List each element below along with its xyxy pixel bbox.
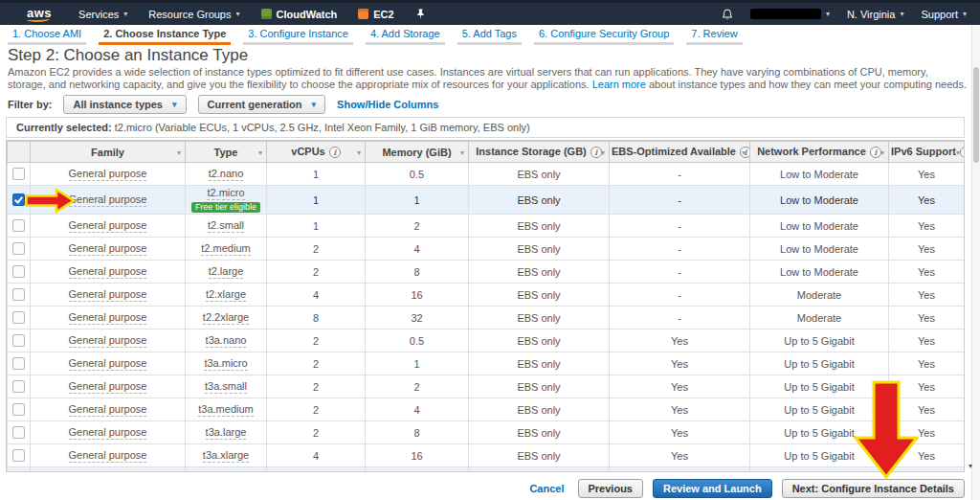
table-row-partial[interactable] bbox=[8, 467, 965, 473]
type-link[interactable]: t3a.nano bbox=[206, 334, 247, 348]
sort-caret-icon[interactable]: ▾ bbox=[742, 148, 746, 156]
table-row-t3a.large[interactable]: General purposet3a.large28EBS onlyYesUp … bbox=[8, 421, 965, 444]
table-row-t3a.nano[interactable]: General purposet3a.nano20.5EBS onlyYesUp… bbox=[8, 330, 965, 352]
family-link[interactable]: General purpose bbox=[69, 311, 147, 325]
type-link[interactable]: t2.2xlarge bbox=[203, 311, 249, 325]
table-row-t3a.micro[interactable]: General purposet3a.micro21EBS onlyYesUp … bbox=[8, 352, 965, 375]
learn-more-link[interactable]: Learn more bbox=[592, 79, 646, 90]
family-link[interactable]: General purpose bbox=[69, 403, 147, 417]
resource-groups-menu[interactable]: Resource Groups ▾ bbox=[148, 9, 239, 20]
step-tab-6[interactable]: 6. Configure Security Group bbox=[534, 25, 674, 45]
column-header-network-performance[interactable]: Network Performancei▾ bbox=[750, 142, 889, 163]
table-row-t2.micro[interactable]: General purposet2.microFree tier eligibl… bbox=[8, 186, 965, 215]
cloudwatch-shortcut[interactable]: CloudWatch bbox=[261, 9, 338, 20]
show-hide-columns-link[interactable]: Show/Hide Columns bbox=[337, 99, 438, 110]
type-link[interactable]: t2.xlarge bbox=[206, 288, 246, 302]
step-tab-5[interactable]: 5. Add Tags bbox=[457, 25, 522, 45]
table-row-t2.nano[interactable]: General purposet2.nano10.5EBS only-Low t… bbox=[8, 163, 965, 186]
family-link[interactable]: General purpose bbox=[69, 357, 147, 371]
column-header-memory-gib-[interactable]: Memory (GiB)▾ bbox=[366, 142, 469, 163]
vertical-scrollbar[interactable]: ▾ bbox=[971, 25, 980, 500]
sort-caret-icon[interactable]: ▾ bbox=[880, 148, 884, 156]
notifications-bell-icon[interactable] bbox=[722, 9, 733, 20]
type-link[interactable]: t3a.micro bbox=[204, 357, 247, 371]
sort-caret-icon[interactable]: ▾ bbox=[956, 148, 960, 156]
family-link[interactable]: General purpose bbox=[69, 265, 147, 279]
services-menu[interactable]: Services ▾ bbox=[78, 9, 127, 20]
family-link[interactable]: General purpose bbox=[69, 334, 147, 348]
account-menu[interactable]: ▾ bbox=[750, 9, 830, 19]
table-row-t2.2xlarge[interactable]: General purposet2.2xlarge832EBS only-Mod… bbox=[8, 307, 965, 330]
sort-caret-icon[interactable]: ▾ bbox=[601, 148, 605, 156]
table-row-t2.large[interactable]: General purposet2.large28EBS only-Low to… bbox=[8, 261, 965, 284]
row-checkbox[interactable] bbox=[12, 168, 25, 180]
next-configure-instance-button[interactable]: Next: Configure Instance Details bbox=[782, 479, 965, 498]
generation-dropdown[interactable]: Current generation ▾ bbox=[198, 95, 326, 114]
step-tab-2[interactable]: 2. Choose Instance Type bbox=[99, 25, 231, 45]
row-checkbox[interactable] bbox=[12, 334, 25, 347]
column-header-ebs-optimized-available[interactable]: EBS-Optimized Availablei▾ bbox=[610, 142, 750, 163]
table-row-t2.small[interactable]: General purposet2.small12EBS only-Low to… bbox=[8, 215, 965, 238]
type-link[interactable]: t2.nano bbox=[209, 168, 244, 181]
step-tab-1[interactable]: 1. Choose AMI bbox=[8, 25, 86, 45]
step-tab-3[interactable]: 3. Configure Instance bbox=[243, 25, 353, 45]
support-menu[interactable]: Support ▾ bbox=[921, 9, 967, 20]
type-link[interactable]: t3a.medium bbox=[198, 403, 253, 417]
sort-caret-icon[interactable]: ▾ bbox=[460, 148, 464, 156]
family-link[interactable]: General purpose bbox=[69, 219, 147, 233]
type-link[interactable]: t2.micro bbox=[207, 187, 244, 200]
family-link[interactable]: General purpose bbox=[69, 380, 147, 394]
column-header-family[interactable]: Family▾ bbox=[31, 142, 186, 163]
family-link[interactable]: General purpose bbox=[69, 288, 147, 302]
family-link[interactable]: General purpose bbox=[69, 242, 147, 256]
type-link[interactable]: t2.medium bbox=[201, 242, 250, 256]
ec2-shortcut[interactable]: EC2 bbox=[358, 9, 393, 20]
column-header-vcpus[interactable]: vCPUsi▾ bbox=[267, 142, 366, 163]
step-tab-4[interactable]: 4. Add Storage bbox=[366, 25, 445, 45]
pin-icon[interactable] bbox=[415, 9, 426, 20]
sort-caret-icon[interactable]: ▾ bbox=[357, 148, 361, 156]
info-icon[interactable]: i bbox=[960, 147, 965, 158]
region-menu[interactable]: N. Virginia ▾ bbox=[847, 9, 904, 20]
type-link[interactable]: t3a.large bbox=[206, 426, 247, 440]
column-header-ipv6-support[interactable]: IPv6 Supporti▾ bbox=[889, 142, 965, 163]
previous-button[interactable]: Previous bbox=[578, 479, 643, 498]
row-checkbox[interactable] bbox=[12, 449, 25, 462]
family-link[interactable]: General purpose bbox=[69, 449, 147, 463]
family-link[interactable]: General purpose bbox=[69, 426, 147, 440]
table-row-t2.xlarge[interactable]: General purposet2.xlarge416EBS only-Mode… bbox=[8, 284, 965, 307]
type-link[interactable]: t3a.xlarge bbox=[203, 449, 249, 463]
row-checkbox[interactable] bbox=[12, 193, 25, 206]
table-row-t3a.small[interactable]: General purposet3a.small22EBS onlyYesUp … bbox=[8, 375, 965, 398]
step-tab-7[interactable]: 7. Review bbox=[686, 25, 742, 45]
info-icon[interactable]: i bbox=[329, 147, 341, 158]
column-header-type[interactable]: Type▾ bbox=[186, 142, 267, 163]
row-checkbox[interactable] bbox=[12, 426, 25, 439]
sort-caret-icon[interactable]: ▾ bbox=[177, 148, 181, 156]
family-link[interactable]: General purpose bbox=[69, 168, 147, 181]
row-checkbox[interactable] bbox=[12, 380, 25, 393]
row-checkbox[interactable] bbox=[12, 357, 25, 370]
row-checkbox[interactable] bbox=[12, 403, 25, 416]
sort-caret-icon[interactable]: ▾ bbox=[258, 148, 262, 156]
row-checkbox[interactable] bbox=[12, 242, 25, 255]
table-row-t3a.medium[interactable]: General purposet3a.medium24EBS onlyYesUp… bbox=[8, 398, 965, 421]
column-header-instance-storage-gb-[interactable]: Instance Storage (GB)i▾ bbox=[469, 142, 610, 163]
info-icon[interactable]: i bbox=[590, 147, 602, 158]
family-link[interactable]: General purpose bbox=[69, 193, 147, 207]
aws-logo[interactable]: aws bbox=[21, 6, 57, 22]
scroll-down-arrow-icon[interactable]: ▾ bbox=[969, 462, 972, 470]
row-checkbox[interactable] bbox=[12, 219, 25, 232]
type-link[interactable]: t2.small bbox=[208, 219, 244, 233]
table-row-t3a.xlarge[interactable]: General purposet3a.xlarge416EBS onlyYesU… bbox=[8, 444, 965, 467]
review-and-launch-button[interactable]: Review and Launch bbox=[653, 479, 772, 498]
row-checkbox[interactable] bbox=[12, 311, 25, 324]
row-checkbox[interactable] bbox=[12, 265, 25, 278]
type-link[interactable]: t3a.small bbox=[205, 380, 247, 394]
table-row-t2.medium[interactable]: General purposet2.medium24EBS only-Low t… bbox=[8, 238, 965, 261]
cancel-button[interactable]: Cancel bbox=[529, 483, 564, 494]
row-checkbox[interactable] bbox=[12, 288, 25, 301]
scrollbar-thumb[interactable] bbox=[973, 67, 979, 163]
instance-types-dropdown[interactable]: All instance types ▾ bbox=[63, 95, 186, 114]
type-link[interactable]: t2.large bbox=[209, 265, 244, 279]
